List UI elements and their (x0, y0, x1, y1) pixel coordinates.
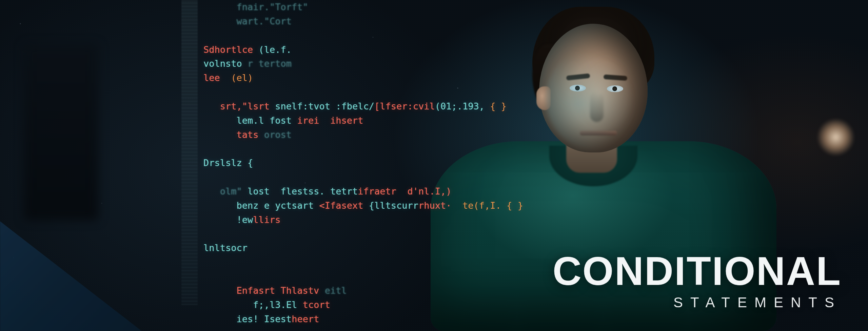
shirt-collar (549, 146, 637, 186)
banner-scene: fnair."Torft" wart."Cort Sdhortlce (le.f… (0, 0, 868, 331)
person-mouth (580, 131, 617, 136)
eye-left (570, 85, 586, 91)
background-furniture-blur (24, 44, 98, 220)
person-hair (532, 7, 654, 95)
title-main: CONDITIONAL (553, 251, 842, 291)
person-head (539, 24, 648, 152)
person-nose (590, 91, 604, 122)
person-ear (536, 86, 551, 110)
eyebrow-left (566, 73, 590, 80)
person-torso (431, 141, 776, 331)
title-sub: STATEMENTS (553, 294, 842, 311)
eyebrow-right (604, 75, 628, 81)
title-block: CONDITIONAL STATEMENTS (553, 251, 842, 311)
eye-right (607, 85, 623, 92)
person-figure (431, 0, 776, 331)
face-screen-glow (546, 47, 641, 149)
person-neck (566, 125, 617, 173)
bokeh-light (817, 119, 854, 156)
holographic-code-overlay: fnair."Torft" wart."Cort Sdhortlce (le.f… (203, 0, 523, 331)
code-line-gutter (181, 0, 198, 305)
